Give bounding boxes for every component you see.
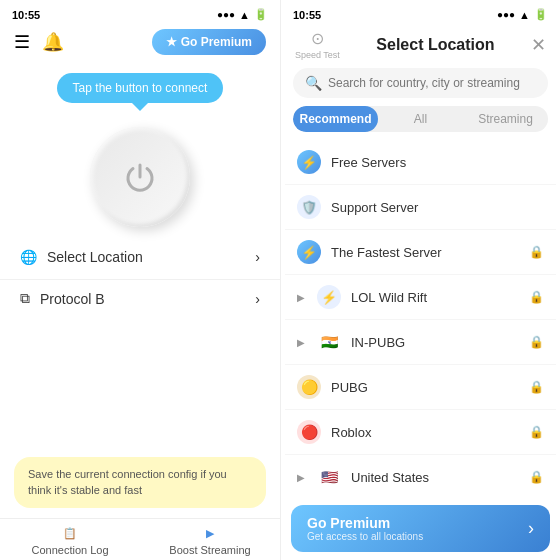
lock-icon: 🔒 [529, 470, 544, 484]
location-label: The Fastest Server [331, 245, 519, 260]
lock-icon: 🔒 [529, 335, 544, 349]
power-button-container [90, 127, 190, 227]
bubble-text: Tap the button to connect [73, 81, 208, 95]
location-list: ⚡ Free Servers 🛡️ Support Server ⚡ The F… [281, 140, 560, 497]
list-item[interactable]: ⚡ The Fastest Server 🔒 [285, 230, 556, 275]
location-label: LOL Wild Rift [351, 290, 519, 305]
expand-arrow: ▶ [297, 292, 305, 303]
menu-icon[interactable]: ☰ [14, 31, 30, 53]
in-pubg-icon: 🇮🇳 [317, 330, 341, 354]
location-label: PUBG [331, 380, 519, 395]
select-location-label: Select Location [47, 249, 143, 265]
search-bar: 🔍 [293, 68, 548, 98]
right-header: ⊙ Speed Test Select Location ✕ [281, 25, 560, 68]
speed-test-label: Speed Test [295, 50, 340, 60]
list-item[interactable]: ▶ ⚡ LOL Wild Rift 🔒 [285, 275, 556, 320]
expand-arrow: ▶ [297, 472, 305, 483]
panel-title: Select Location [376, 36, 494, 54]
location-label: Roblox [331, 425, 519, 440]
right-signal-icon: ●●● [497, 9, 515, 20]
connection-log-icon: 📋 [63, 527, 77, 540]
pubg-icon: 🟡 [297, 375, 321, 399]
lightning-icon: ⚡ [297, 240, 321, 264]
bottom-nav: 📋 Connection Log ▶ Boost Streaming [0, 518, 280, 560]
tab-all[interactable]: All [378, 106, 463, 132]
search-icon: 🔍 [305, 75, 322, 91]
tip-text: Save the current connection config if yo… [28, 468, 227, 495]
location-label: IN-PUBG [351, 335, 519, 350]
premium-arrow-icon: › [528, 518, 534, 539]
bottom-tip: Save the current connection config if yo… [14, 457, 266, 508]
list-item[interactable]: 🟡 PUBG 🔒 [285, 365, 556, 410]
left-panel: 10:55 ●●● ▲ 🔋 ☰ 🔔 ★ Go Premium Tap the b… [0, 0, 280, 560]
protocol-row[interactable]: ⧉ Protocol B › [0, 282, 280, 315]
roblox-icon: 🔴 [297, 420, 321, 444]
us-flag-icon: 🇺🇸 [317, 465, 341, 489]
signal-icon: ●●● [217, 9, 235, 20]
list-item[interactable]: ▶ 🇮🇳 IN-PUBG 🔒 [285, 320, 556, 365]
right-status-bar: 10:55 ●●● ▲ 🔋 [281, 0, 560, 25]
power-icon [122, 159, 158, 195]
star-icon: ★ [166, 35, 177, 49]
boost-streaming-nav[interactable]: ▶ Boost Streaming [140, 527, 280, 556]
globe-icon: 🌐 [20, 249, 37, 265]
tab-streaming[interactable]: Streaming [463, 106, 548, 132]
left-header: ☰ 🔔 ★ Go Premium [0, 25, 280, 63]
battery-icon: 🔋 [254, 8, 268, 21]
filter-tabs: Recommend All Streaming [293, 106, 548, 132]
select-location-row[interactable]: 🌐 Select Location › [0, 237, 280, 277]
search-input[interactable] [328, 76, 536, 90]
go-premium-label: Go Premium [181, 35, 252, 49]
protocol-chevron: › [255, 291, 260, 307]
protocol-icon: ⧉ [20, 290, 30, 307]
location-label: Free Servers [331, 155, 544, 170]
power-button[interactable] [90, 127, 190, 227]
boost-streaming-icon: ▶ [206, 527, 214, 540]
go-premium-button[interactable]: ★ Go Premium [152, 29, 266, 55]
tab-recommend[interactable]: Recommend [293, 106, 378, 132]
select-location-chevron: › [255, 249, 260, 265]
right-wifi-icon: ▲ [519, 9, 530, 21]
close-button[interactable]: ✕ [531, 34, 546, 56]
wifi-icon: ▲ [239, 9, 250, 21]
go-premium-bottom-button[interactable]: Go Premium Get access to all locations › [291, 505, 550, 552]
lol-icon: ⚡ [317, 285, 341, 309]
header-icons: ☰ 🔔 [14, 31, 64, 53]
lightning-icon: ⚡ [297, 150, 321, 174]
right-panel: 10:55 ●●● ▲ 🔋 ⊙ Speed Test Select Locati… [280, 0, 560, 560]
lock-icon: 🔒 [529, 380, 544, 394]
go-premium-subtitle: Get access to all locations [307, 531, 423, 542]
right-battery-icon: 🔋 [534, 8, 548, 21]
left-time: 10:55 [12, 9, 40, 21]
location-label: Support Server [331, 200, 544, 215]
connect-bubble: Tap the button to connect [57, 73, 224, 103]
right-time: 10:55 [293, 9, 321, 21]
go-premium-title: Go Premium [307, 515, 423, 531]
lock-icon: 🔒 [529, 245, 544, 259]
expand-arrow: ▶ [297, 337, 305, 348]
support-icon: 🛡️ [297, 195, 321, 219]
connection-log-label: Connection Log [31, 544, 108, 556]
list-item[interactable]: ⚡ Free Servers [285, 140, 556, 185]
bell-icon[interactable]: 🔔 [42, 31, 64, 53]
divider [0, 279, 280, 280]
list-item[interactable]: ▶ 🇺🇸 United States 🔒 [285, 455, 556, 497]
left-status-bar: 10:55 ●●● ▲ 🔋 [0, 0, 280, 25]
boost-streaming-label: Boost Streaming [169, 544, 250, 556]
lock-icon: 🔒 [529, 290, 544, 304]
protocol-label: Protocol B [40, 291, 105, 307]
location-label: United States [351, 470, 519, 485]
lock-icon: 🔒 [529, 425, 544, 439]
speedometer-icon: ⊙ [311, 29, 324, 48]
list-item[interactable]: 🛡️ Support Server [285, 185, 556, 230]
list-item[interactable]: 🔴 Roblox 🔒 [285, 410, 556, 455]
speed-test-area[interactable]: ⊙ Speed Test [295, 29, 340, 60]
connection-log-nav[interactable]: 📋 Connection Log [0, 527, 140, 556]
